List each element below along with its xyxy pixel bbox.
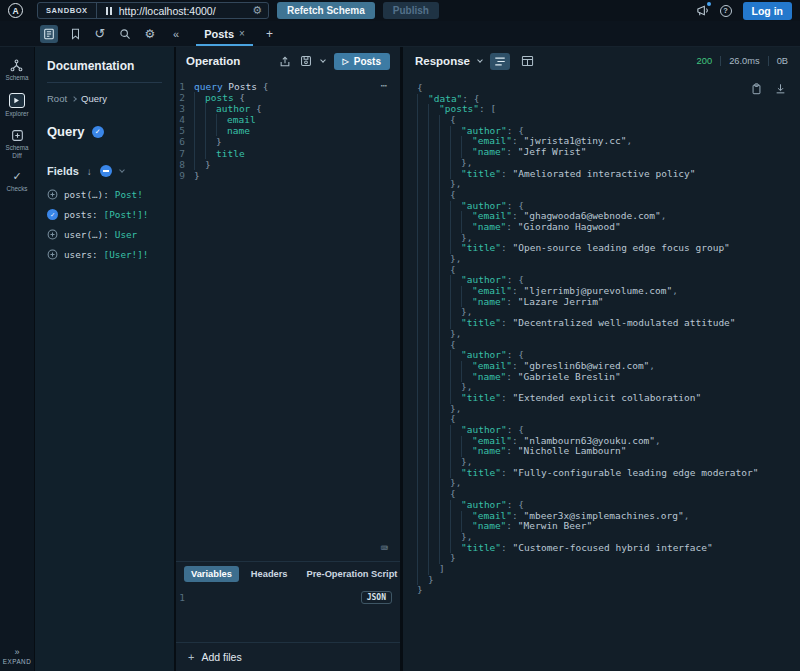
keyboard-shortcuts-icon[interactable]: ⌨ [381, 543, 388, 554]
indent-guide [428, 553, 439, 564]
indent-guide [417, 478, 428, 489]
indent-guide [417, 158, 428, 169]
expand-sidebar-button[interactable]: » EXPAND [0, 647, 34, 665]
copy-response-icon[interactable] [751, 83, 762, 95]
field-add-icon[interactable] [47, 229, 58, 240]
sidebar-item-schema-diff[interactable]: Schema Diff [2, 129, 32, 160]
indent-guide [417, 511, 428, 522]
fields-label: Fields [47, 165, 79, 177]
field-row[interactable]: users:[User!]! [47, 249, 162, 260]
sort-fields-icon[interactable]: ↓ [87, 166, 92, 177]
indent-guide [439, 468, 450, 479]
json-key: "name" [472, 372, 506, 383]
code-token: title [216, 148, 245, 159]
indent-guide [205, 103, 216, 114]
indent-guide [205, 114, 216, 125]
indent-guide [417, 318, 428, 329]
documentation-icon[interactable] [40, 25, 58, 43]
search-icon[interactable] [117, 26, 133, 42]
indent-guide [417, 532, 428, 543]
breadcrumb-root-link[interactable]: Root [47, 93, 67, 104]
response-json-viewer[interactable]: {"data": {"posts": [{"author": {"email":… [403, 75, 800, 671]
json-punc: } [428, 575, 434, 586]
saved-operations-bookmark-icon[interactable] [67, 26, 83, 42]
json-punc: : [501, 543, 512, 554]
line-number: 1 [176, 81, 194, 92]
code-token: query [194, 81, 223, 92]
field-add-icon[interactable] [47, 249, 58, 260]
indent-guide [428, 478, 439, 489]
field-row[interactable]: post(…):Post! [47, 189, 162, 200]
download-response-icon[interactable] [775, 83, 786, 95]
new-tab-icon[interactable]: + [266, 27, 273, 41]
indent-guide [439, 297, 450, 308]
indent-guide [417, 211, 428, 222]
announcements-icon[interactable] [696, 4, 709, 17]
add-files-button[interactable]: + Add files [176, 642, 400, 671]
save-operation-icon[interactable] [300, 55, 312, 67]
json-line: "title": "Ameliorated interactive policy… [417, 169, 800, 180]
explorer-settings-gear-icon[interactable]: ⚙ [142, 26, 158, 42]
indent-guide [439, 393, 450, 404]
endpoint-url-input[interactable]: http://localhost:4000/ [119, 5, 246, 17]
op-tab-headers[interactable]: Headers [244, 566, 295, 582]
tab-close-icon[interactable]: × [239, 28, 245, 39]
indent-guide [450, 361, 461, 372]
tab-posts[interactable]: Posts × [196, 21, 253, 46]
share-operation-icon[interactable] [279, 55, 291, 68]
operation-more-menu-icon[interactable]: ⋯ [380, 80, 388, 91]
json-punc: : [506, 147, 517, 158]
tree-view-icon[interactable] [490, 53, 510, 70]
field-selected-check-icon[interactable]: ✓ [47, 209, 58, 220]
indent-guide [461, 136, 472, 147]
indent-guide [450, 275, 461, 286]
sidebar-item-explorer[interactable]: Explorer [5, 93, 28, 118]
variables-editor[interactable]: 1 JSON [176, 586, 400, 642]
sidebar-item-checks[interactable]: ✓ Checks [7, 170, 28, 193]
json-punc: : [506, 372, 517, 383]
collapse-panel-icon[interactable]: « [173, 28, 179, 40]
indent-guide [194, 159, 205, 170]
indent-guide [450, 500, 461, 511]
run-options-chevron-icon[interactable] [320, 57, 326, 63]
connection-settings-gear-icon[interactable]: ⚙ [246, 5, 268, 16]
indent-guide [439, 489, 450, 500]
field-row[interactable]: user(…):User [47, 229, 162, 240]
endpoint-url-bar[interactable]: SANDBOX http://localhost:4000/ ⚙ [37, 2, 269, 19]
run-operation-button[interactable]: ▷ Posts [334, 53, 390, 70]
deselect-all-icon[interactable] [100, 165, 112, 177]
sidebar-item-schema[interactable]: Schema [5, 59, 28, 82]
publish-button[interactable]: Publish [383, 2, 439, 19]
help-icon[interactable]: ? [720, 5, 732, 17]
history-icon[interactable]: ↺ [92, 26, 108, 42]
line-number: 9 [176, 170, 194, 181]
indent-guide [450, 446, 461, 457]
chevron-down-icon[interactable] [119, 167, 125, 173]
indent-guide [439, 457, 450, 468]
op-tab-variables[interactable]: Variables [184, 566, 239, 582]
indent-guide [417, 393, 428, 404]
indent-guide [417, 489, 428, 500]
indent-guide [461, 286, 472, 297]
refetch-schema-button[interactable]: Refetch Schema [277, 2, 375, 19]
indent-guide [439, 532, 450, 543]
indent-guide [450, 158, 461, 169]
indent-guide [439, 286, 450, 297]
indent-guide [417, 382, 428, 393]
json-punc: { [518, 500, 524, 511]
indent-guide [439, 222, 450, 233]
login-button[interactable]: Log in [743, 2, 793, 20]
field-row[interactable]: ✓posts:[Post!]! [47, 209, 162, 220]
table-view-icon[interactable] [518, 53, 538, 70]
indent-guide [428, 169, 439, 180]
json-line: "name": "Gabriele Breslin" [417, 372, 800, 383]
field-add-icon[interactable] [47, 189, 58, 200]
field-type: User [115, 229, 137, 240]
json-key: "name" [472, 521, 506, 532]
operation-editor[interactable]: ⋯ ⌨ 1query Posts {2posts {3author {4emai… [176, 75, 400, 561]
op-tab-pre-operation-script[interactable]: Pre-Operation Script [300, 566, 400, 582]
json-punc: { [450, 115, 456, 126]
pause-polling-icon[interactable] [106, 7, 112, 15]
json-key: "posts" [439, 104, 479, 115]
response-dropdown-chevron-icon[interactable] [477, 57, 483, 63]
